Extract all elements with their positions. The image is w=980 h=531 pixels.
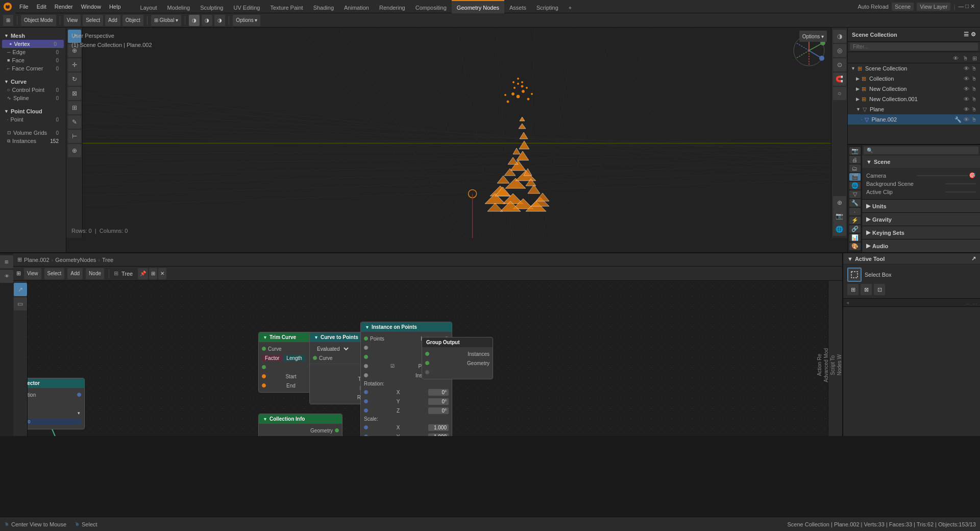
outliner-filter-icon[interactable]: ☰ [964, 31, 969, 38]
global-dropdown[interactable]: ⊞ Global ▾ [151, 15, 181, 26]
props-data-icon[interactable]: 📊 [849, 234, 861, 242]
node-select-menu[interactable]: Select [44, 268, 65, 279]
active-clip-value[interactable] [945, 191, 976, 192]
props-object-icon[interactable]: ▽ [849, 190, 861, 198]
tab-sculpting[interactable]: Sculpting [195, 0, 228, 13]
menu-window[interactable]: Window [77, 0, 105, 13]
tab-layout[interactable]: Layout [135, 0, 162, 13]
shading-material[interactable]: ◑ [202, 15, 212, 26]
outliner-plane-item[interactable]: ▼ ▽ Plane 👁🖱 [848, 104, 980, 114]
view-menu[interactable]: View [64, 15, 81, 26]
props-material-icon[interactable]: 🎨 [849, 243, 861, 250]
sidebar-expand-left[interactable]: ◂ [846, 300, 963, 305]
shading-rendered[interactable]: ◑ [214, 15, 225, 26]
nav-gizmo[interactable] [791, 33, 827, 68]
tc-length-val[interactable]: Length [283, 355, 305, 361]
camera-value[interactable] [917, 175, 968, 176]
select-box-icon[interactable] [847, 268, 862, 282]
add-menu[interactable]: Add [105, 15, 120, 26]
outliner-search[interactable] [850, 43, 978, 51]
menu-help[interactable]: Help [105, 0, 125, 13]
control-point-item[interactable]: ○ Control Point 0 [0, 86, 66, 94]
viewport-canvas[interactable]: ↗ ⊕ ✛ ↻ ⊠ ⊞ ✎ ⊢ ⊕ ◑ ◎ ⊙ 🧲 ○ ⊕ 📷 � [66, 28, 847, 238]
node-node-menu[interactable]: Node [86, 268, 104, 279]
props-world-icon[interactable]: 🌐 [849, 182, 861, 189]
tool-grid-icon3[interactable]: ⊡ [874, 284, 885, 295]
props-search-input[interactable] [864, 147, 978, 154]
window-controls[interactable]: — □ ✕ [958, 3, 975, 10]
outliner-new-collection-001-item[interactable]: ▶ ⊞ New Collection.001 👁🖱 [848, 94, 980, 104]
node-tree-name[interactable]: Tree [121, 271, 133, 277]
iop-rot-x-val[interactable]: 0° [428, 389, 449, 396]
keying-sets-header[interactable]: ▶ Keying Sets [862, 226, 980, 239]
active-tool-header[interactable]: ▼ Active Tool ↗ [843, 253, 980, 264]
rotate-tool-icon[interactable]: ↻ [68, 73, 81, 86]
transform-tool-icon[interactable]: ⊞ [68, 101, 81, 114]
node-view-menu[interactable]: View [24, 268, 41, 279]
viewport-overlay-icon[interactable]: ◎ [833, 44, 846, 57]
edge-item[interactable]: ─ Edge 0 [0, 48, 66, 56]
outliner-scene-collection[interactable]: ▼ ⊞ Scene Collection 👁🖱 [848, 63, 980, 74]
breadcrumb-plane002[interactable]: Plane.002 [24, 257, 50, 263]
options-btn[interactable]: Options ▾ [233, 15, 260, 26]
face-corner-item[interactable]: ⌐ Face Corner 0 [0, 64, 66, 73]
tc-factor-val[interactable]: Factor [262, 355, 282, 361]
volume-grids-item[interactable]: ⊡ Volume Grids 0 [0, 129, 66, 137]
cursor-tool-icon[interactable]: ⊕ [68, 44, 81, 57]
sidebar-expand-right[interactable]: ... [973, 300, 977, 305]
tab-uv-editing[interactable]: UV Editing [228, 0, 265, 13]
ctp-mode-select[interactable]: Evaluated Count Length [313, 345, 350, 353]
menu-file[interactable]: File [15, 0, 33, 13]
tool-grid-icon1[interactable]: ⊞ [847, 284, 859, 295]
tab-modeling[interactable]: Modeling [162, 0, 195, 13]
tab-shading[interactable]: Shading [308, 0, 339, 13]
node-editor-canvas[interactable]: to Vector Rotation Z to ▾ 1.000 [13, 281, 842, 436]
units-header[interactable]: ▶ Units [862, 200, 980, 212]
viewport-proportional-icon[interactable]: ○ [833, 87, 846, 100]
active-tool-expand-icon[interactable]: ↗ [971, 255, 976, 262]
props-view-layer-icon[interactable]: 🗂 [849, 164, 861, 172]
point-item[interactable]: · Point 0 [0, 115, 66, 124]
viewport-zoom-icon[interactable]: ⊕ [833, 196, 846, 209]
tab-add[interactable]: + [564, 0, 577, 13]
node-box-select-icon[interactable]: ▭ [14, 297, 27, 310]
outliner-col-restrict1[interactable]: 👁 [953, 55, 959, 62]
menu-edit[interactable]: Edit [33, 0, 51, 13]
props-render-icon[interactable]: 📷 [849, 147, 861, 155]
outliner-plane-002-item[interactable]: · ▽ Plane.002 🔧 👁🖱 [848, 114, 980, 125]
tool-grid-icon2[interactable]: ⊠ [861, 284, 872, 295]
outliner-collection-item[interactable]: ▶ ⊞ Collection 👁🖱 [848, 74, 980, 84]
tab-assets[interactable]: Assets [504, 0, 531, 13]
props-scene-icon[interactable]: 🎬 [849, 173, 861, 181]
menu-render[interactable]: Render [51, 0, 77, 13]
move-tool-icon[interactable]: ✛ [68, 58, 81, 71]
blender-logo[interactable] [0, 0, 15, 13]
props-output-icon[interactable]: 🖨 [849, 156, 861, 163]
tab-compositing[interactable]: Compositing [410, 0, 452, 13]
scale-tool-icon[interactable]: ⊠ [68, 87, 81, 100]
outliner-col-restrict2[interactable]: 🖱 [963, 55, 968, 62]
node-close-btn[interactable]: ✕ [158, 268, 166, 279]
iop-scale-y-val[interactable]: 1.000 [428, 433, 449, 437]
viewport-type-btn[interactable]: ⊞ [3, 15, 13, 26]
add-tool-icon[interactable]: ⊕ [68, 144, 81, 157]
node-view-tool[interactable]: 👁 [0, 270, 13, 283]
node-editor-type-icon[interactable]: ⊞ [16, 270, 21, 277]
annotate-tool-icon[interactable]: ✎ [68, 115, 81, 129]
to-dropdown[interactable]: ▾ [77, 410, 81, 416]
breadcrumb-tree[interactable]: Tree [102, 257, 113, 263]
camera-pick-icon[interactable]: 🎯 [969, 172, 976, 179]
gravity-header[interactable]: ▶ Gravity [862, 213, 980, 226]
bg-scene-value[interactable] [945, 183, 976, 184]
outliner-new-collection-item[interactable]: ▶ ⊞ New Collection 👁🖱 [848, 84, 980, 94]
viewport-snap-icon[interactable]: 🧲 [833, 73, 846, 86]
viewport-world-icon[interactable]: 🌐 [833, 223, 846, 236]
scene-selector[interactable]: Scene [892, 3, 914, 11]
node-fullscreen-btn[interactable]: ⊞ [149, 268, 157, 279]
node-select-icon[interactable]: ↗ [14, 283, 27, 296]
tab-animation[interactable]: Animation [339, 0, 374, 13]
select-menu[interactable]: Select [83, 15, 103, 26]
face-item[interactable]: ■ Face 0 [0, 56, 66, 64]
node-pin-btn[interactable]: 📌 [138, 268, 148, 279]
node-editor-tool[interactable]: ⊞ [0, 255, 13, 269]
